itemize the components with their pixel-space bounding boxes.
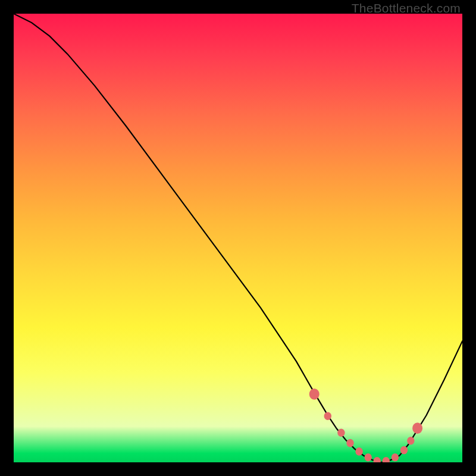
gradient-panel bbox=[14, 14, 462, 462]
watermark-text: TheBottleneck.com bbox=[352, 1, 461, 15]
